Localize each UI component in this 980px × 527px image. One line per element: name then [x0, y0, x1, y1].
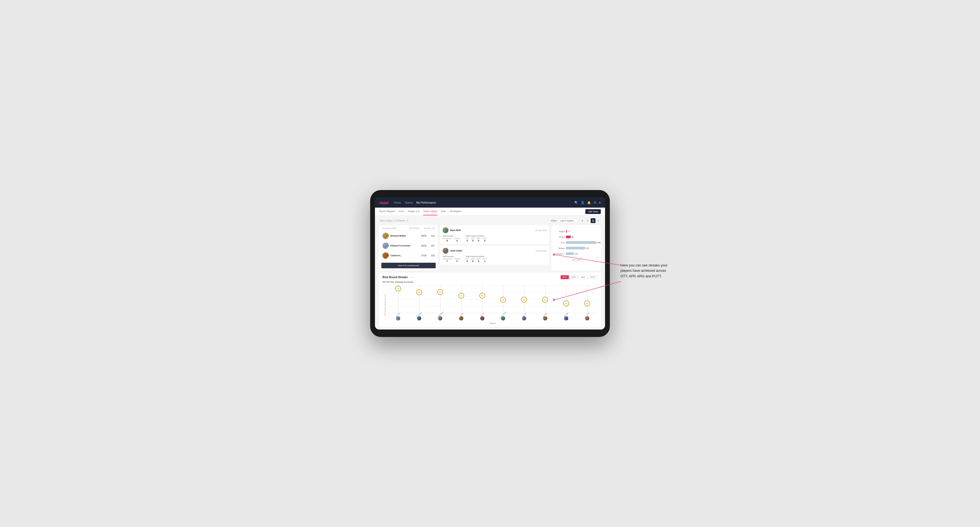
stat-group-title: Total Practice Activities	[466, 235, 487, 237]
rank-badge: 1	[387, 237, 389, 239]
player-card: Rees Britt 02 Sep 2023 Total Rounds Tour…	[440, 225, 549, 244]
rank-badge: 2	[387, 246, 389, 249]
stat-arg: ARG 0	[477, 258, 480, 262]
bar-row-birdies: Birdies 96	[554, 236, 599, 238]
player-count: 14 Players	[394, 219, 405, 222]
stat-group-activities: Total Practice Activities OTT 0 APP	[466, 256, 487, 262]
nav-bar: clippd Home Teams My Performance 🔍 👤 🔔 ⚙…	[375, 197, 605, 208]
bubble-node[interactable]: 7x	[395, 286, 401, 291]
add-team-button[interactable]: Add Team	[585, 209, 601, 214]
avatar: 3	[382, 252, 389, 259]
show-label: Show	[551, 219, 557, 222]
table-header: PLAYER NAME PB SCORE PB AVG SQ	[381, 227, 436, 231]
sub-nav-pgat[interactable]: PGAT Players	[379, 208, 395, 215]
settings-icon[interactable]: ⚙	[593, 201, 596, 205]
bell-icon[interactable]: 🔔	[587, 201, 591, 205]
stat-group-rounds: Total Rounds Tournament 7 Practice	[442, 256, 460, 262]
player-row[interactable]: 2 Edward Crossman 18/20 107	[381, 241, 436, 251]
streaks-header: Best Round Streaks ← OTT APP ARG PUTT	[382, 275, 598, 279]
bar-label: Eagles	[554, 230, 565, 232]
right-panel: Eagles 3 Birdies	[552, 225, 601, 270]
bubble-node[interactable]: 4x	[521, 297, 527, 303]
bubble-node[interactable]: 4x	[542, 297, 548, 303]
bubble-node[interactable]: 3x	[584, 300, 590, 306]
avatar-icon[interactable]: ●	[599, 201, 601, 204]
stat-tournament: Tournament 7	[442, 258, 452, 262]
table-view-btn[interactable]: ⊟	[596, 218, 601, 223]
sub-nav-tour[interactable]: Tour	[441, 208, 446, 215]
card-avatar	[442, 248, 449, 254]
card-date: 26 Aug 2023	[536, 250, 547, 252]
x-label-0: 0	[566, 257, 567, 259]
stat-group-title: Total Practice Activities	[466, 256, 487, 257]
bubble-node[interactable]: 3x	[563, 300, 569, 306]
label-practice: Practice	[454, 237, 460, 239]
bar-container: 131	[566, 252, 599, 255]
person-icon[interactable]: 👤	[581, 201, 584, 205]
player-col: E. Crossman	[493, 314, 514, 321]
list-view-btn[interactable]: ☰	[585, 218, 590, 223]
stat-row: Tournament 8 Practice 4	[442, 237, 460, 242]
bubble-node[interactable]: 5x	[458, 293, 464, 298]
show-select[interactable]: Last 3 months Last 6 months Last year Al…	[559, 219, 578, 223]
bubble-col: 4x	[535, 285, 556, 313]
view-leaderboard-button[interactable]: View Full Leaderboard	[381, 263, 436, 268]
streak-btn-putt[interactable]: PUTT	[588, 275, 598, 279]
bubble-col: 3x	[555, 285, 577, 313]
player-col: R. Butler	[555, 314, 577, 321]
sub-nav-pga[interactable]: PGA	[399, 208, 404, 215]
pb-avg-sq: 107	[431, 244, 434, 247]
sub-nav-hcaps[interactable]: Hcaps 1-5	[408, 208, 419, 215]
stat-app: APP 0	[471, 237, 474, 242]
card-player-name: Josh Coles	[450, 249, 534, 252]
show-controls: Show Last 3 months Last 6 months Last ye…	[551, 218, 601, 223]
card-player-name: Rees Britt	[450, 229, 534, 232]
stat-arg: ARG 0	[477, 237, 480, 242]
bubble-node[interactable]: 6x	[416, 289, 422, 295]
player-row[interactable]: 1 Richard Butler 19/20 110	[381, 231, 436, 241]
bubble-node[interactable]: 5x	[479, 293, 485, 298]
card-avatar	[442, 227, 449, 233]
streak-filter-buttons: OTT APP ARG PUTT	[561, 275, 598, 279]
nav-teams[interactable]: Teams	[405, 201, 412, 205]
card-stats: Total Rounds Tournament 7 Practice	[442, 256, 547, 262]
players-axis-label: Players	[388, 322, 598, 324]
sub-nav-all-players[interactable]: All Players	[450, 208, 461, 215]
nav-home[interactable]: Home	[394, 201, 401, 205]
stat-app: APP 0	[471, 258, 474, 262]
bar-row-eagles: Eagles 3	[554, 230, 599, 233]
grid-view-btn[interactable]: ⊞	[580, 218, 585, 223]
tablet-screen: clippd Home Teams My Performance 🔍 👤 🔔 ⚙…	[375, 197, 605, 330]
search-icon[interactable]: 🔍	[574, 201, 578, 205]
streak-btn-arg[interactable]: ARG	[579, 275, 587, 279]
streak-btn-ott[interactable]: OTT	[561, 275, 569, 279]
streaks-section: Best Round Streaks ← OTT APP ARG PUTT Of…	[379, 273, 601, 327]
player-avatar-bubble	[480, 316, 484, 321]
bar-fill	[566, 247, 585, 249]
bar-row-bogeys: Bogeys 311	[554, 247, 599, 249]
middle-panel: Rees Britt 02 Sep 2023 Total Rounds Tour…	[440, 225, 549, 270]
player-col: D. Ford	[514, 314, 535, 321]
annotation-box: Here you can see streaks your players ha…	[620, 262, 674, 279]
bar-container: 3	[566, 230, 599, 233]
tablet-frame: clippd Home Teams My Performance 🔍 👤 🔔 ⚙…	[370, 190, 610, 337]
bar-label: Bogeys	[554, 247, 565, 249]
chart-x-title: Total Shots	[554, 259, 599, 261]
team-header: Team Clippd 14 Players ✎ Show Last 3 mon…	[379, 218, 601, 223]
edit-icon[interactable]: ✎	[407, 219, 409, 222]
bubble-node[interactable]: 6x	[437, 289, 443, 295]
card-stats: Total Rounds Tournament 8 Practice	[442, 235, 547, 242]
bubbles-row: 7x 6x 6x	[388, 285, 598, 313]
label-tournament: Tournament	[442, 237, 452, 239]
nav-actions: 🔍 👤 🔔 ⚙ ●	[574, 201, 601, 205]
stat-row: OTT 0 APP 0 ARG	[466, 237, 487, 242]
sub-nav-team-clippd[interactable]: Team Clippd	[423, 208, 437, 215]
bar-row-dbogeys: D.Bogeys + 131	[554, 252, 599, 255]
nav-my-performance[interactable]: My Performance	[416, 201, 436, 205]
card-view-btn[interactable]: ▤	[591, 218, 595, 223]
bar-value: 96	[571, 236, 574, 238]
bubble-node[interactable]: 4x	[500, 297, 506, 303]
streak-btn-app[interactable]: APP	[570, 275, 578, 279]
player-row[interactable]: 3 Cameron... 17/20 103	[381, 251, 436, 260]
player-col: J. Coles	[450, 314, 472, 321]
